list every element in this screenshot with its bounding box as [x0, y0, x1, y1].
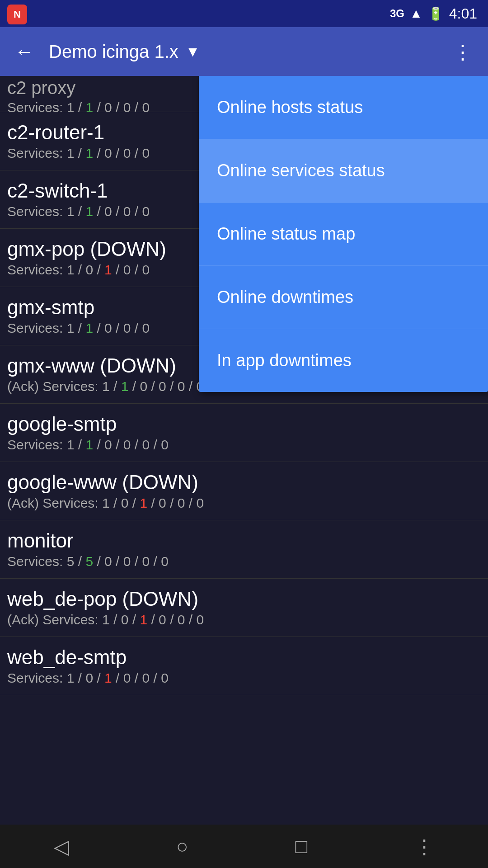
host-name: google-www (DOWN)	[7, 471, 481, 494]
app-title: Demo icinga 1.x	[49, 42, 178, 62]
battery-icon: 🔋	[428, 6, 444, 21]
host-name: monitor	[7, 529, 481, 552]
menu-item-online-status-map[interactable]: Online status map	[199, 203, 488, 266]
nav-recent-button[interactable]: □	[288, 828, 315, 865]
host-services: Services: 5 / 5 / 0 / 0 / 0 / 0	[7, 554, 481, 569]
host-name: web_de-smtp	[7, 646, 481, 669]
back-button[interactable]: ←	[11, 37, 38, 66]
list-item[interactable]: google-smtp Services: 1 / 1 / 0 / 0 / 0 …	[0, 404, 488, 462]
menu-item-in-app-downtimes[interactable]: In app downtimes	[199, 329, 488, 392]
dropdown-arrow-icon[interactable]: ▼	[186, 43, 200, 60]
more-button[interactable]: ⋮	[449, 37, 477, 67]
host-services: Services: 1 / 0 / 1 / 0 / 0 / 0	[7, 670, 481, 686]
app-icon-area: N	[7, 5, 27, 24]
title-area: Demo icinga 1.x ▼	[49, 42, 438, 62]
nav-more-button[interactable]: ⋮	[407, 828, 441, 865]
host-services: (Ack) Services: 1 / 0 / 1 / 0 / 0 / 0	[7, 495, 481, 511]
status-bar: N 3G ▲ 🔋 4:01	[0, 0, 488, 27]
list-item[interactable]: web_de-pop (DOWN) (Ack) Services: 1 / 0 …	[0, 579, 488, 637]
host-services: Services: 1 / 1 / 0 / 0 / 0 / 0	[7, 437, 481, 453]
top-bar: ← Demo icinga 1.x ▼ ⋮	[0, 27, 488, 76]
menu-item-online-downtimes[interactable]: Online downtimes	[199, 266, 488, 329]
list-item[interactable]: google-www (DOWN) (Ack) Services: 1 / 0 …	[0, 462, 488, 520]
app-icon: N	[7, 5, 27, 24]
status-time: 4:01	[449, 5, 477, 22]
host-name: google-smtp	[7, 413, 481, 435]
main-content: c2 proxy Services: 1 / 1 / 0 / 0 / 0 c2-…	[0, 76, 488, 825]
nav-home-button[interactable]: ○	[169, 828, 196, 865]
signal-icon: ▲	[410, 6, 422, 21]
host-name: web_de-pop (DOWN)	[7, 588, 481, 610]
dropdown-menu: Online hosts status Online services stat…	[199, 76, 488, 392]
network-label: 3G	[390, 7, 404, 20]
host-services: (Ack) Services: 1 / 0 / 1 / 0 / 0 / 0	[7, 612, 481, 627]
menu-item-online-services-status[interactable]: Online services status	[199, 139, 488, 203]
menu-item-online-hosts-status[interactable]: Online hosts status	[199, 76, 488, 139]
nav-bar: ◁ ○ □ ⋮	[0, 825, 488, 868]
status-icons: 3G ▲ 🔋 4:01	[390, 5, 477, 22]
list-item[interactable]: web_de-smtp Services: 1 / 0 / 1 / 0 / 0 …	[0, 637, 488, 695]
list-item[interactable]: monitor Services: 5 / 5 / 0 / 0 / 0 / 0	[0, 520, 488, 579]
nav-back-button[interactable]: ◁	[47, 828, 76, 865]
